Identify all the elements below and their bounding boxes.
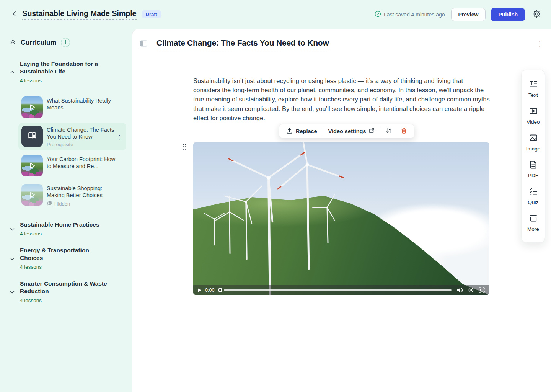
video-settings-label: Video settings bbox=[328, 128, 366, 134]
double-chevron-up-icon bbox=[10, 39, 16, 46]
chevron-down-icon[interactable] bbox=[9, 226, 15, 232]
section-lesson-count: 4 lessons bbox=[20, 231, 99, 237]
lesson-title: What Sustainability Really Means bbox=[47, 97, 117, 111]
plus-icon bbox=[63, 40, 68, 46]
player-settings-icon[interactable] bbox=[468, 287, 474, 293]
lesson-item-climate-change[interactable]: Climate Change: The Facts You Need to Kn… bbox=[18, 122, 126, 150]
play-button[interactable] bbox=[198, 288, 201, 292]
text-block-icon bbox=[529, 80, 538, 90]
toolbar-divider bbox=[380, 127, 380, 135]
section-lesson-count: 4 lessons bbox=[20, 297, 110, 303]
chevron-down-icon[interactable] bbox=[9, 256, 15, 262]
toolbar-divider bbox=[323, 127, 323, 135]
publish-button[interactable]: Publish bbox=[491, 8, 525, 21]
course-title[interactable]: Sustainable Living Made Simple bbox=[22, 9, 137, 20]
lesson-hidden-label: Hidden bbox=[54, 201, 70, 207]
reading-tile bbox=[21, 126, 43, 147]
video-control-bar: 0:00 bbox=[193, 285, 489, 295]
play-icon bbox=[21, 155, 43, 176]
palette-label: Video bbox=[527, 119, 540, 125]
wind-turbines-imagery bbox=[193, 142, 489, 295]
lesson-intro-paragraph[interactable]: Sustainability isn’t just about recyclin… bbox=[193, 76, 490, 122]
panel-layout-icon bbox=[140, 40, 147, 48]
move-block-button[interactable] bbox=[383, 125, 395, 137]
video-block-icon bbox=[529, 106, 538, 117]
section-lesson-count: 4 lessons bbox=[20, 264, 110, 270]
lesson-options-kebab[interactable]: ⋮ bbox=[536, 40, 543, 47]
curriculum-sidebar: Curriculum Laying the Foundation for a S… bbox=[0, 29, 132, 392]
lesson-item-carbon-footprint[interactable]: Your Carbon Footprint: How to Measure an… bbox=[18, 152, 126, 180]
section-header-foundation[interactable]: Laying the Foundation for a Sustainable … bbox=[0, 60, 132, 83]
play-icon bbox=[21, 184, 43, 206]
play-icon bbox=[21, 96, 43, 118]
lesson-prerequisite-label: Prerequisite bbox=[47, 142, 117, 147]
eye-off-icon bbox=[47, 200, 52, 207]
section-title: Laying the Foundation for a Sustainable … bbox=[20, 60, 110, 75]
lesson-kebab-menu[interactable]: ⋮ bbox=[117, 134, 122, 139]
section-title: Energy & Transportation Choices bbox=[20, 247, 110, 262]
video-player[interactable]: 0:00 bbox=[193, 142, 489, 295]
collapse-all-button[interactable] bbox=[10, 39, 16, 46]
delete-block-button[interactable] bbox=[398, 125, 410, 137]
add-image-block-button[interactable]: Image bbox=[522, 129, 545, 156]
video-thumbnail bbox=[21, 96, 43, 118]
lesson-title: Your Carbon Footprint: How to Measure an… bbox=[47, 156, 117, 170]
replace-video-button[interactable]: Replace bbox=[283, 125, 320, 137]
add-text-block-button[interactable]: Text bbox=[522, 75, 545, 102]
lesson-item-what-sustainability[interactable]: What Sustainability Really Means bbox=[18, 93, 126, 121]
add-quiz-block-button[interactable]: Quiz bbox=[522, 183, 545, 209]
lesson-item-sustainable-shopping[interactable]: Sustainable Shopping: Making Better Choi… bbox=[18, 181, 126, 210]
lesson-title: Sustainable Shopping: Making Better Choi… bbox=[47, 185, 117, 199]
chevron-down-icon[interactable] bbox=[9, 289, 15, 295]
lesson-header: Climate Change: The Facts You Need to Kn… bbox=[139, 38, 543, 49]
video-settings-button[interactable]: Video settings bbox=[325, 126, 378, 137]
add-section-button[interactable] bbox=[61, 38, 70, 47]
section-title: Sustainable Home Practices bbox=[20, 221, 99, 229]
section-lesson-count: 4 lessons bbox=[20, 78, 110, 83]
add-pdf-block-button[interactable]: PDF bbox=[522, 156, 545, 183]
video-timestamp: 0:00 bbox=[205, 287, 214, 293]
palette-label: PDF bbox=[528, 173, 538, 178]
section-header-home-practices[interactable]: Sustainable Home Practices 4 lessons bbox=[0, 221, 132, 237]
pdf-block-icon bbox=[529, 160, 538, 170]
status-badge: Draft bbox=[142, 10, 161, 18]
curriculum-header: Curriculum bbox=[0, 38, 132, 47]
section-header-energy-transportation[interactable]: Energy & Transportation Choices 4 lesson… bbox=[0, 247, 132, 270]
add-video-block-button[interactable]: Video bbox=[522, 102, 545, 129]
gear-icon bbox=[533, 10, 541, 19]
more-blocks-icon bbox=[529, 214, 538, 224]
palette-label: More bbox=[527, 226, 539, 232]
save-status-text: Last saved 4 minutes ago bbox=[384, 11, 445, 18]
volume-icon[interactable] bbox=[457, 287, 463, 293]
palette-label: Quiz bbox=[528, 199, 539, 205]
lesson-page-title[interactable]: Climate Change: The Facts You Need to Kn… bbox=[156, 38, 329, 49]
top-bar: Sustainable Living Made Simple Draft Las… bbox=[0, 0, 551, 29]
external-link-icon bbox=[369, 128, 375, 135]
lesson-list: What Sustainability Really Means Climate… bbox=[18, 93, 126, 210]
progress-bar[interactable] bbox=[224, 289, 452, 291]
chevron-up-icon[interactable] bbox=[9, 69, 15, 75]
sidebar-toggle-button[interactable] bbox=[139, 39, 148, 49]
block-drag-handle[interactable] bbox=[183, 144, 187, 150]
palette-label: Image bbox=[526, 146, 541, 152]
back-button[interactable] bbox=[9, 9, 20, 20]
top-bar-actions: Last saved 4 minutes ago Preview Publish bbox=[375, 8, 542, 21]
upload-icon bbox=[286, 127, 293, 135]
video-thumbnail bbox=[21, 155, 43, 176]
palette-label: Text bbox=[528, 92, 538, 98]
section-header-smarter-consumption[interactable]: Smarter Consumption & Waste Reduction 4 … bbox=[0, 280, 132, 303]
sort-arrows-icon bbox=[386, 127, 392, 135]
section-title: Smarter Consumption & Waste Reduction bbox=[20, 280, 110, 295]
scrubber-handle[interactable] bbox=[218, 288, 222, 292]
lesson-title: Climate Change: The Facts You Need to Kn… bbox=[47, 126, 117, 140]
block-palette: Text Video Image PDF Quiz bbox=[521, 70, 545, 243]
preview-button[interactable]: Preview bbox=[451, 8, 486, 21]
fullscreen-icon[interactable] bbox=[479, 287, 485, 293]
trash-icon bbox=[401, 127, 407, 135]
more-blocks-button[interactable]: More bbox=[522, 209, 545, 236]
check-circle-icon bbox=[375, 11, 381, 18]
settings-button[interactable] bbox=[531, 9, 542, 20]
quiz-block-icon bbox=[529, 187, 538, 197]
image-block-icon bbox=[529, 133, 538, 144]
back-chevron-icon bbox=[11, 11, 18, 18]
